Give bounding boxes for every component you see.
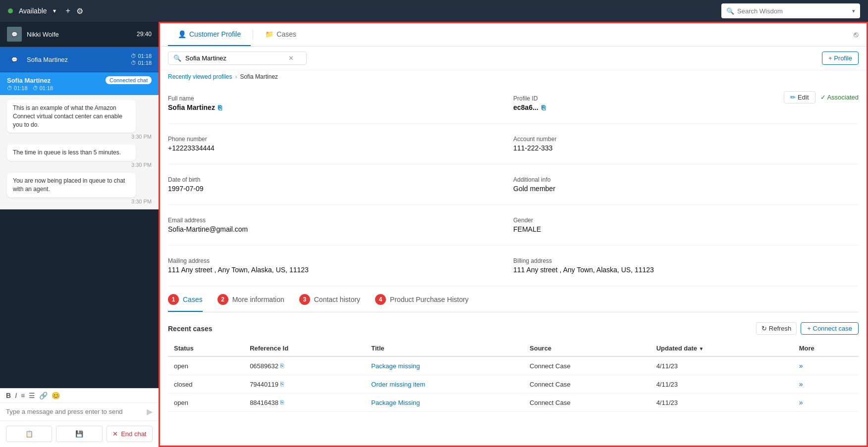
connect-case-button[interactable]: + Connect case	[801, 322, 859, 335]
phone-label: Phone number	[168, 136, 513, 143]
connect-case-label: + Connect case	[807, 325, 852, 332]
tab-cases-label: Cases	[276, 30, 296, 38]
tab-divider	[253, 30, 253, 40]
wisdom-search-input[interactable]	[737, 7, 849, 15]
case-more[interactable]: »	[793, 375, 859, 394]
copy-name-icon[interactable]: ⎘	[218, 104, 222, 111]
contact-name-sofia: Sofia Martinez	[27, 56, 68, 63]
active-conv-header: Sofia Martinez Connected chat ⏱ 01:18 ⏱ …	[0, 72, 159, 95]
breadcrumb: Recently viewed profiles › Sofia Martine…	[160, 70, 867, 83]
settings-icon[interactable]: ⚙	[76, 6, 83, 16]
cases-tab-badge: 1	[168, 294, 179, 305]
email-value: Sofia-Martine@gmail.com	[168, 225, 513, 233]
sidebar: 💬 Nikki Wolfe 29:40 💬 Sofia Martinez ⏱ 0…	[0, 22, 159, 447]
info-tab-more[interactable]: 2 More information	[217, 294, 284, 312]
contact-item-sofia[interactable]: 💬 Sofia Martinez ⏱ 01:18 ⏱ 01:18	[0, 47, 159, 72]
copy-ref-icon[interactable]: ⎘	[280, 362, 284, 369]
edit-icon: ✏	[790, 94, 796, 101]
associated-badge: ✓ Associated	[820, 94, 859, 101]
msg-time-2: 3:30 PM	[131, 162, 152, 168]
unordered-list-button[interactable]: ☰	[29, 392, 35, 399]
cases-table-header: Status Reference Id Title Source Updated…	[168, 341, 859, 356]
edit-button[interactable]: ✏ Edit	[784, 91, 815, 103]
case-link[interactable]: Package Missing	[371, 399, 420, 406]
end-chat-icon: ✕	[112, 430, 118, 438]
avatar-sofia-list: 💬	[7, 52, 22, 67]
italic-button[interactable]: I	[15, 392, 17, 399]
emoji-button[interactable]: 😊	[52, 392, 60, 399]
tab-cases[interactable]: 📁 Cases	[255, 23, 306, 46]
info-tab-history[interactable]: 3 Contact history	[299, 294, 360, 312]
billing-value: 111 Any street , Any Town, Alaska, US, 1…	[513, 266, 859, 274]
bold-button[interactable]: B	[6, 392, 11, 399]
end-chat-button[interactable]: ✕ End chat	[107, 426, 153, 442]
info-tab-history-label: Contact history	[314, 296, 360, 303]
case-more[interactable]: »	[793, 356, 859, 375]
gender-value: FEMALE	[513, 225, 859, 233]
refresh-button[interactable]: ↻ Refresh	[756, 322, 797, 335]
status-chevron-icon[interactable]: ▾	[53, 7, 56, 14]
search-icon: 🔍	[726, 7, 734, 15]
info-tab-cases[interactable]: 1 Cases	[168, 294, 203, 312]
tab-customer-profile[interactable]: 👤 Customer Profile	[168, 23, 251, 46]
ordered-list-button[interactable]: ≡	[21, 392, 25, 399]
contact-time2-sofia: ⏱ 01:18	[131, 60, 152, 66]
save-button[interactable]: 💾	[56, 426, 102, 442]
cases-section: Recent cases ↻ Refresh + Connect case	[168, 317, 859, 417]
history-tab-badge: 3	[299, 294, 310, 305]
profile-fields-address: Mailing address 111 Any street , Any Tow…	[168, 246, 859, 286]
send-button[interactable]: ▶	[147, 407, 153, 416]
msg-time-1: 3:30 PM	[131, 134, 152, 140]
case-link[interactable]: Package missing	[371, 362, 420, 370]
wisdom-search-bar[interactable]: 🔍 ▾	[721, 3, 860, 18]
profile-search-input[interactable]	[185, 54, 284, 62]
case-ref-id: 79440119 ⎘	[244, 375, 365, 394]
avatar-nikki: 💬	[7, 27, 22, 42]
msg-bubble-3: You are now being placed in queue to cha…	[7, 173, 136, 198]
search-box[interactable]: 🔍 ✕	[168, 51, 307, 65]
contact-times-sofia: ⏱ 01:18 ⏱ 01:18	[131, 53, 152, 66]
header-more: More	[793, 341, 859, 356]
header-status: Status	[168, 341, 244, 356]
case-more[interactable]: »	[793, 394, 859, 412]
full-name-value: Sofia Martinez ⎘	[168, 103, 513, 111]
add-icon[interactable]: +	[66, 6, 70, 15]
field-account: Account number 111-222-333	[513, 132, 859, 156]
task-button[interactable]: 📋	[6, 426, 52, 442]
mailing-value: 111 Any street , Any Town, Alaska, US, 1…	[168, 266, 513, 274]
copy-id-icon[interactable]: ⎘	[542, 104, 545, 111]
mailing-label: Mailing address	[168, 257, 513, 264]
breadcrumb-current: Sofia Martinez	[240, 73, 278, 80]
search-dropdown-icon[interactable]: ▾	[852, 8, 855, 14]
add-profile-button[interactable]: + Profile	[822, 51, 859, 65]
top-bar: Available ▾ + ⚙ 🔍 ▾	[0, 0, 868, 22]
dob-label: Date of birth	[168, 176, 513, 183]
field-email: Email address Sofia-Martine@gmail.com	[168, 213, 513, 237]
contact-time-nikki: 29:40	[137, 31, 152, 38]
contact-list: 💬 Nikki Wolfe 29:40 💬 Sofia Martinez ⏱ 0…	[0, 22, 159, 388]
case-link[interactable]: Order missing item	[371, 381, 425, 388]
copy-ref-icon[interactable]: ⎘	[280, 399, 284, 406]
info-tab-purchase[interactable]: 4 Product Purchase History	[375, 294, 469, 312]
contact-info-sofia: 💬 Sofia Martinez	[7, 52, 68, 67]
tab-customer-profile-label: Customer Profile	[189, 30, 241, 38]
message-input[interactable]	[6, 408, 138, 415]
link-button[interactable]: 🔗	[39, 392, 48, 399]
sort-icon[interactable]: ▼	[699, 346, 704, 351]
case-source: Connect Case	[524, 375, 651, 394]
recent-cases-title: Recent cases	[168, 325, 213, 333]
top-bar-right: 🔍 ▾	[721, 3, 860, 18]
chat-message-3: You are now being placed in queue to cha…	[7, 173, 152, 204]
email-label: Email address	[168, 217, 513, 224]
search-clear-button[interactable]: ✕	[288, 54, 294, 62]
additional-label: Additional info	[513, 176, 859, 183]
breadcrumb-link[interactable]: Recently viewed profiles	[168, 73, 232, 80]
search-icon: 🔍	[173, 54, 181, 62]
copy-ref-icon[interactable]: ⎘	[280, 381, 284, 388]
chat-toolbar: B I ≡ ☰ 🔗 😊	[0, 389, 159, 403]
contact-item-nikki[interactable]: 💬 Nikki Wolfe 29:40	[0, 22, 159, 47]
info-tab-cases-label: Cases	[183, 296, 203, 303]
share-button[interactable]: ⎋	[854, 30, 859, 39]
main-layout: 💬 Nikki Wolfe 29:40 💬 Sofia Martinez ⏱ 0…	[0, 22, 868, 447]
bottom-actions: 📋 💾 ✕ End chat	[0, 420, 159, 447]
